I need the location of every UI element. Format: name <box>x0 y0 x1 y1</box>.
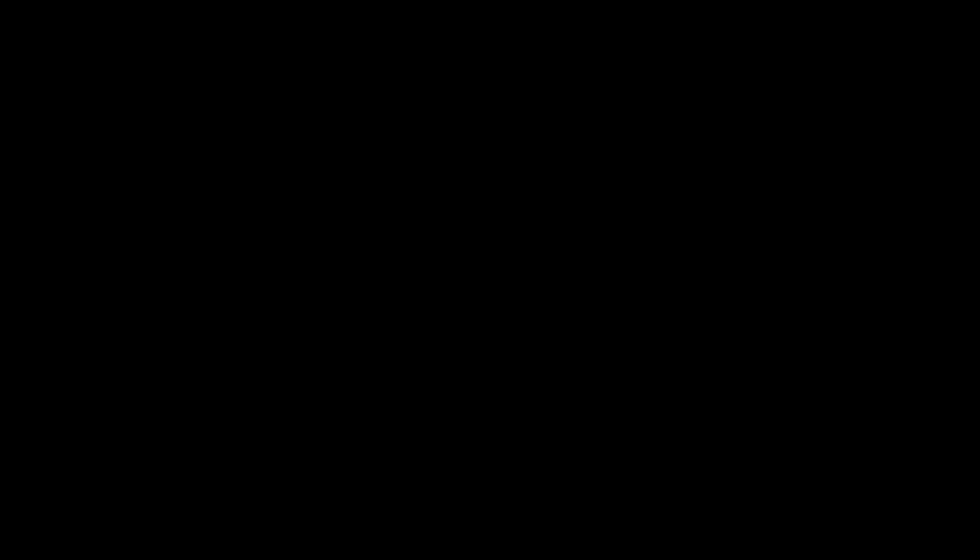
game-container <box>0 0 980 560</box>
status-area <box>0 443 980 560</box>
